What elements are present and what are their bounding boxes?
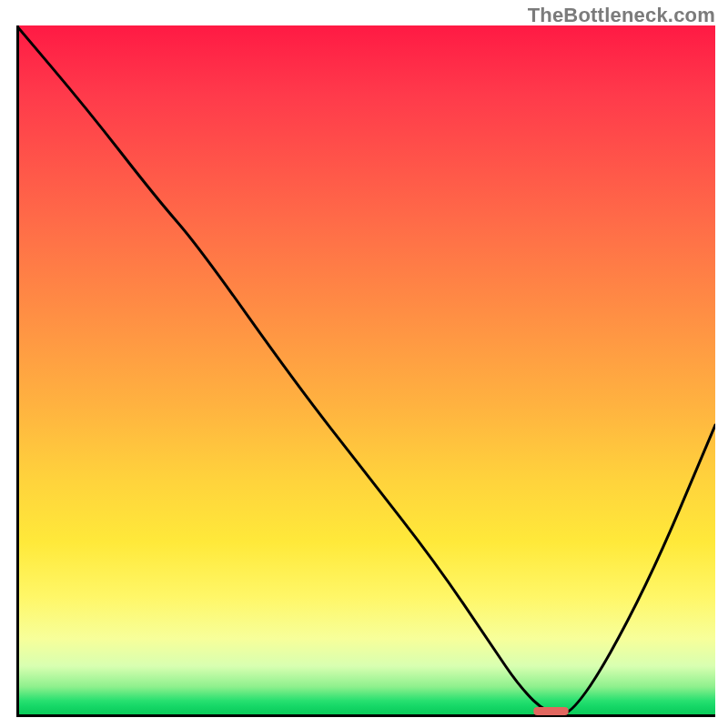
y-axis-line [16,25,19,717]
x-axis-line [16,714,715,717]
chart-root: TheBottleneck.com [0,0,728,728]
watermark-text: TheBottleneck.com [528,4,715,27]
plot-area [16,25,715,717]
gradient-background [16,25,715,714]
